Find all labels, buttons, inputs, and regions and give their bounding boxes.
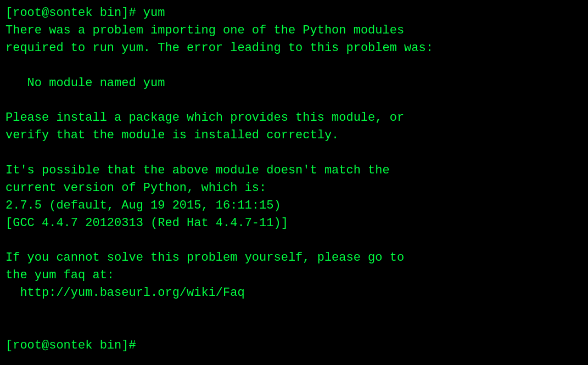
terminal-output: [root@sontek bin]# yum There was a probl… [5,4,583,355]
